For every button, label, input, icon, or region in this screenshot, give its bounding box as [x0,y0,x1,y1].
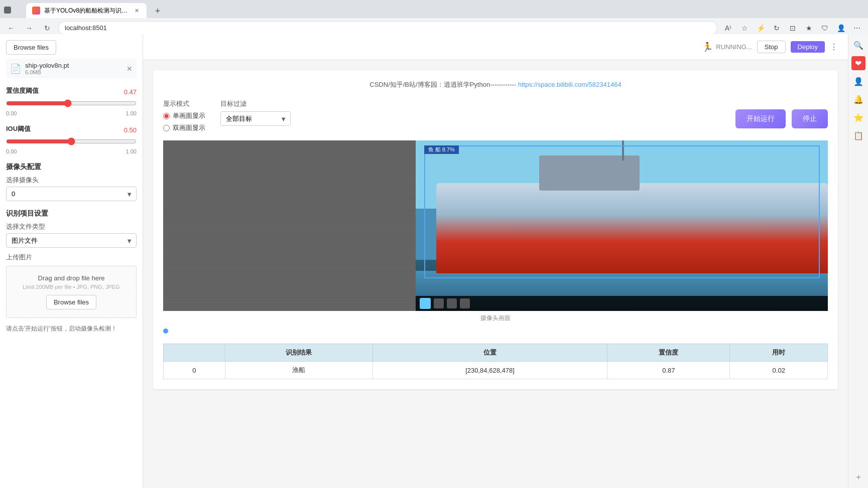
forward-button[interactable]: → [22,21,36,35]
browse-files-section: Browse files 📄 ship-yolov8n.pt 6.0MB ✕ [6,40,137,78]
controls-row: 显示模式 单画面显示 双画面显示 [163,99,828,132]
camera-select[interactable]: 0 1 2 [6,187,137,201]
browser-favicon [4,7,11,14]
right-icon-5[interactable]: ⭐ [851,110,865,124]
progress-indicator [163,322,828,340]
more-icon[interactable]: ⋯ [850,21,864,35]
double-mode-radio[interactable] [163,125,170,131]
select-camera-label: 选择摄像头 [6,176,137,185]
right-icon-4[interactable]: 🔔 [851,92,865,106]
target-select[interactable]: 全部目标 渔船 货船 [220,111,291,126]
split-icon[interactable]: ⊡ [786,21,800,35]
camera-config-section: 摄像头配置 选择摄像头 0 1 2 ▼ [6,162,137,201]
confidence-value: 0.47 [124,88,137,96]
file-info: ship-yolov8n.pt 6.0MB [25,62,122,75]
iou-min: 0.00 [6,148,17,154]
file-icon: 📄 [10,63,21,74]
table-header-row: 识别结果 位置 置信度 用时 [164,344,828,362]
target-select-wrapper: 全部目标 渔船 货船 ▼ [220,111,291,126]
col-index [164,344,225,362]
browser-chrome: 基于YOLOv8的船舶检测与识别… ✕ + ← → ↻ localhost:85… [0,0,868,34]
iou-value: 0.50 [124,126,137,134]
target-filter-group: 目标过滤 全部目标 渔船 货船 ▼ [220,99,291,126]
camera-composite: 鱼 船 8.7% [163,140,828,311]
row-position: [230,84,628,478] [373,362,607,379]
recognition-title: 识别项目设置 [6,209,137,218]
tab-close-button[interactable]: ✕ [133,7,141,15]
toolbar-right: Aᴸ ☆ ⚡ ↻ ⊡ ★ 🛡 👤 ⋯ [721,21,864,35]
upload-area[interactable]: Drag and drop file here Limit 200MB per … [6,266,137,318]
running-text: RUNNING... [716,43,752,51]
upload-browse-button[interactable]: Browse files [46,295,96,309]
double-mode-label[interactable]: 双画面显示 [163,123,205,132]
confidence-section: 置信度阈值 0.47 0.00 1.00 [6,86,137,116]
right-sidebar: 🔍 ❤ 👤 🔔 ⭐ 📋 ＋ [848,34,868,488]
detection-label: 鱼 船 8.7% [424,145,459,154]
confidence-slider[interactable] [6,99,137,107]
target-filter-label: 目标过滤 [220,99,291,108]
file-type-select[interactable]: 图片文件 视频文件 [6,233,137,248]
col-result: 识别结果 [225,344,373,362]
file-close-button[interactable]: ✕ [127,65,133,73]
taskbar [416,296,828,311]
right-icon-add[interactable]: ＋ [851,470,865,484]
tab-favicon [32,7,40,15]
running-badge: 🏃 RUNNING... [702,42,752,53]
sidebar: Browse files 📄 ship-yolov8n.pt 6.0MB ✕ 置… [0,34,143,488]
reload-button[interactable]: ↻ [40,21,54,35]
double-mode-text: 双画面显示 [173,123,205,132]
address-bar[interactable]: localhost:8501 [58,21,717,35]
confidence-range: 0.00 1.00 [6,110,137,116]
star-icon[interactable]: ☆ [737,21,752,35]
row-time: 0.02 [730,362,828,379]
taskbar-item-1 [420,298,431,309]
browser-active-tab[interactable]: 基于YOLOv8的船舶检测与识别… ✕ [26,3,147,18]
confidence-min: 0.00 [6,110,17,116]
right-icon-2[interactable]: ❤ [851,56,865,70]
deploy-button[interactable]: Deploy [791,41,825,53]
content-card: CSDN/知乎/B站/博客园：逍逍班学Python------------ ht… [153,70,838,389]
right-icon-3[interactable]: 👤 [851,74,865,88]
single-mode-text: 单画面显示 [173,111,205,120]
back-button[interactable]: ← [4,21,18,35]
extension-icon[interactable]: ⚡ [754,21,768,35]
limit-text: Limit 200MB per file • JPG, PNG, JPEG [15,284,128,290]
confidence-max: 1.00 [126,110,137,116]
more-menu-button[interactable]: ⋮ [830,42,838,52]
col-time: 用时 [730,344,828,362]
stop-button[interactable]: Stop [757,41,786,53]
file-name: ship-yolov8n.pt [25,62,122,69]
display-mode-group: 显示模式 单画面显示 双画面显示 [163,99,205,132]
iou-max: 1.00 [126,148,137,154]
file-type-label: 选择文件类型 [6,222,137,231]
file-size: 6.0MB [25,69,122,75]
translate-icon[interactable]: Aᴸ [721,21,735,35]
right-icon-1[interactable]: 🔍 [851,38,865,52]
collections-icon[interactable]: 🛡 [818,21,832,35]
single-mode-label[interactable]: 单画面显示 [163,111,205,120]
camera-select-wrapper: 0 1 2 ▼ [6,187,137,201]
drag-text: Drag and drop file here [15,274,128,282]
info-prefix: CSDN/知乎/B站/博客园：逍逍班学Python------------ [369,81,516,88]
browse-files-button[interactable]: Browse files [6,40,56,55]
camera-right-panel: 鱼 船 8.7% [416,140,828,311]
right-icon-6[interactable]: 📋 [851,128,865,142]
info-link[interactable]: https://space.bilibili.com/582341464 [518,81,622,88]
start-run-button[interactable]: 开始运行 [735,109,786,128]
radio-group: 单画面显示 双画面显示 [163,111,205,132]
taskbar-item-4 [460,298,470,308]
camera-config-title: 摄像头配置 [6,162,137,172]
single-mode-radio[interactable] [163,113,170,119]
col-confidence: 置信度 [607,344,730,362]
refresh-icon[interactable]: ↻ [770,21,784,35]
row-index: 0 [164,362,225,379]
row-result: 渔船 [225,362,373,379]
upload-label: 上传图片 [6,253,137,262]
row-confidence: 0.87 [607,362,730,379]
iou-slider[interactable] [6,137,137,145]
iou-range: 0.00 1.00 [6,148,137,154]
favorites-icon[interactable]: ★ [802,21,816,35]
new-tab-button[interactable]: + [151,4,165,18]
profile-icon[interactable]: 👤 [834,21,848,35]
stop-action-button[interactable]: 停止 [792,109,828,128]
